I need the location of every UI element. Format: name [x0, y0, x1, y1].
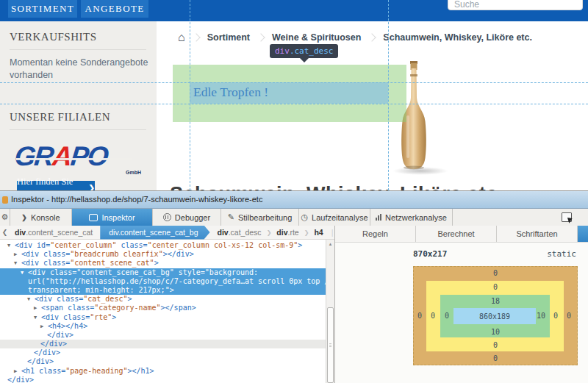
chevron-separator-icon: ❯ — [304, 229, 309, 236]
markup-row[interactable]: ▶<h1 class="page-heading"></h1> — [0, 367, 334, 376]
crumb-h4[interactable]: h4 — [309, 228, 328, 237]
crumb-rte[interactable]: div.rte — [271, 228, 304, 237]
box-model-content[interactable]: 860x189 — [453, 308, 536, 324]
gear-icon[interactable]: ⚙ — [0, 209, 10, 226]
markup-row[interactable]: transparent; min-height: 217px;"> — [0, 286, 334, 295]
breadcrumb-item-sortiment[interactable]: Sortiment — [207, 32, 250, 43]
markup-row[interactable]: ▼<div class="rte"> — [0, 313, 334, 322]
crumb-tag: h4 — [314, 228, 323, 237]
breadcrumb-back-icon[interactable]: ❮ — [0, 229, 10, 236]
chevron-separator-icon — [368, 33, 376, 41]
guide-vertical-left — [190, 0, 190, 190]
breadcrumb-item-schaumwein[interactable]: Schaumwein, Whiskey, Liköre etc. — [383, 32, 532, 43]
element-picker-icon[interactable] — [562, 212, 572, 222]
sales-hits-heading: VERKAUFSHITS — [10, 31, 97, 43]
sidebar-tabs: Regeln Berechnet Schriftarten — [335, 226, 588, 243]
border-left-value: 0 — [431, 312, 435, 320]
devtools-window-title: Inspektor - http://hellasshop.de/shop/7-… — [11, 191, 262, 207]
markup-row[interactable]: ▶<h4></h4> — [0, 322, 334, 331]
margin-top-value: 0 — [493, 269, 498, 277]
clock-icon: ◷ — [301, 213, 308, 221]
tooltip-tag: div — [275, 46, 290, 56]
nav-tab-angebote[interactable]: ANGEBOTE — [81, 0, 148, 18]
margin-bottom-value: 0 — [493, 354, 498, 362]
markup-row[interactable]: </div> — [0, 340, 334, 348]
promo-line-1: Momentan keine Sonderangebote — [10, 57, 148, 69]
tab-box-modell-partial[interactable] — [578, 226, 588, 242]
nav-tab-sortiment[interactable]: SORTIMENT — [8, 0, 77, 18]
page-heading-clipped: Schaumwein, Whiskey, Liköre etc. — [170, 185, 503, 190]
tab-laufzeitanalyse[interactable]: ◷ Laufzeitanalyse — [299, 209, 370, 226]
tooltip-class: .cat_desc — [290, 46, 334, 56]
tab-inspektor[interactable]: Inspektor — [72, 209, 153, 226]
chevron-separator-icon: ❯ — [267, 229, 272, 236]
padding-bottom-value: 10 — [491, 328, 500, 336]
chevron-separator-icon — [192, 33, 200, 41]
store-button-label: Hier finden Sie uns — [17, 176, 85, 190]
debugger-pause-icon — [163, 213, 171, 221]
markup-row[interactable]: </div> — [0, 331, 334, 340]
category-tagline: Edle Tropfen ! — [193, 85, 268, 100]
scrollbar-thumb[interactable] — [327, 307, 334, 383]
tab-label: Debugger — [175, 213, 210, 222]
border-bottom-value: 0 — [493, 341, 498, 349]
search-input[interactable] — [448, 0, 583, 10]
tab-label: Konsole — [31, 213, 60, 222]
tab-label: Laufzeitanalyse — [312, 213, 368, 222]
guide-horizontal-top — [0, 82, 588, 83]
markup-scrollbar[interactable]: ▲ — [326, 240, 334, 383]
breadcrumb-item-weine[interactable]: Weine & Spirituosen — [272, 32, 361, 43]
crumb-tag: div — [218, 228, 229, 237]
chevron-right-icon: ❯ — [89, 184, 95, 191]
markup-row[interactable]: ▶<span class="category-name"></span> — [0, 304, 334, 312]
home-icon[interactable]: ⌂ — [178, 32, 185, 43]
crumb-tag: div — [15, 228, 26, 237]
markup-row[interactable]: ▶<div class="breadcrumb clearfix"></div> — [0, 250, 334, 259]
markup-row[interactable]: </div> — [0, 357, 334, 366]
markup-row[interactable]: ▼<div class="content_scene_cat"> — [0, 259, 334, 268]
guide-horizontal-bottom — [0, 104, 588, 104]
tab-berechnet[interactable]: Berechnet — [416, 226, 497, 242]
crumb-cat-desc[interactable]: div.cat_desc — [212, 228, 267, 237]
logo-po: PO — [69, 141, 109, 171]
box-model-dimensions: 870x217 — [413, 249, 447, 259]
guide-vertical-right — [388, 0, 389, 190]
tab-regeln[interactable]: Regeln — [335, 226, 416, 242]
markup-pane: ❮ div.content_scene_cat div.content_scen… — [0, 226, 335, 383]
promo-line-2: vorhanden — [10, 69, 148, 82]
tab-schriftarten[interactable]: Schriftarten — [497, 226, 578, 242]
markup-row[interactable]: url("http://hellasshop.de/shop/c/7-categ… — [0, 277, 334, 286]
divider — [10, 129, 146, 130]
crumb-content-scene-cat-bg-selected[interactable]: div.content_scene_cat_bg — [100, 226, 209, 240]
logo-stripe — [16, 158, 132, 160]
devtools-window: Inspektor - http://hellasshop.de/shop/7-… — [0, 190, 588, 383]
markup-tree[interactable]: ▼<div id="center_column" class="center_c… — [0, 240, 334, 383]
markup-row[interactable]: ▼<div class="content_scene_cat_bg" style… — [0, 268, 334, 277]
tab-debugger[interactable]: Debugger — [153, 209, 221, 226]
scrollbar-up-icon[interactable]: ▲ — [326, 240, 334, 248]
tab-netzwerkanalyse[interactable]: Netzwerkanalyse — [370, 209, 453, 226]
margin-right-value: 0 — [567, 312, 571, 320]
tab-label: Netzwerkanalyse — [385, 213, 447, 222]
logo-gr: GR — [13, 141, 54, 171]
markup-row[interactable]: ▼<div class="cat_desc"> — [0, 295, 334, 304]
tab-konsole[interactable]: ❯ Konsole — [10, 209, 72, 226]
tab-label: Inspektor — [101, 213, 135, 222]
crumb-content-scene-cat[interactable]: div.content_scene_cat — [10, 228, 98, 237]
grapo-logo[interactable]: GRAPO GmbH — [15, 140, 146, 177]
margin-left-value: 0 — [417, 312, 422, 320]
promo-text: Momentan keine Sonderangebote vorhanden — [10, 57, 148, 82]
site-sidebar: VERKAUFSHITS Momentan keine Sonderangebo… — [0, 21, 157, 190]
crumb-class: .cat_desc — [229, 228, 262, 237]
devtools-toolbar: ⚙ ❯ Konsole Inspektor Debugger ✎ Stilbea… — [0, 209, 588, 226]
devtools-titlebar[interactable]: Inspektor - http://hellasshop.de/shop/7-… — [0, 191, 588, 209]
box-model-view: 870x217 static 860x189 0 0 18 10 0 0 0 0… — [335, 243, 588, 383]
crumb-tag: div — [109, 228, 118, 237]
padding-top-value: 18 — [491, 297, 500, 305]
markup-row[interactable]: </div> — [0, 348, 334, 357]
markup-row[interactable]: </div> — [0, 376, 334, 383]
store-locator-button[interactable]: Hier finden Sie uns ❯ — [17, 181, 95, 190]
markup-row[interactable]: ▼<div id="center_column" class="center_c… — [0, 241, 334, 250]
tab-stilbearbeitung[interactable]: ✎ Stilbearbeitung — [221, 209, 299, 226]
crumb-class: .rte — [288, 228, 299, 237]
